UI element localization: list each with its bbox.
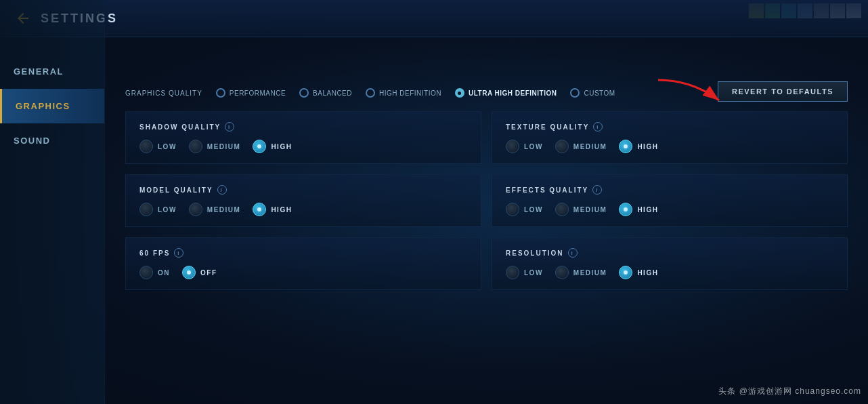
preset-performance[interactable]: Performance xyxy=(216,88,286,98)
fps-title: 60 FPS i xyxy=(139,248,467,258)
effects-low[interactable]: LOW xyxy=(506,203,543,216)
shadow-high-radio xyxy=(253,140,266,153)
settings-grid: SHADOW QUALITY i LOW MEDIUM HIGH xyxy=(125,111,848,290)
effects-high-label: HIGH xyxy=(637,206,658,214)
preset-balanced[interactable]: Balanced xyxy=(299,88,352,98)
resolution-medium-radio xyxy=(555,266,569,279)
texture-high-radio xyxy=(619,140,632,153)
sidebar-item-general[interactable]: GENERAL xyxy=(0,54,104,89)
resolution-high-label: HIGH xyxy=(637,269,658,277)
shadow-low[interactable]: LOW xyxy=(139,140,177,153)
texture-medium-label: MEDIUM xyxy=(573,143,607,150)
effects-high-radio xyxy=(619,203,632,216)
model-high-radio xyxy=(253,203,266,216)
preset-high-definition[interactable]: High Definition xyxy=(366,88,441,98)
model-medium-radio xyxy=(189,203,202,216)
model-low-label: LOW xyxy=(158,206,177,214)
effects-quality-title: EFFECTS QUALITY i xyxy=(506,185,833,195)
effects-low-radio xyxy=(506,203,519,216)
preset-hd-label: High Definition xyxy=(379,89,441,97)
preset-custom[interactable]: Custom xyxy=(570,88,615,98)
effects-low-label: LOW xyxy=(524,206,543,214)
shadow-quality-options: LOW MEDIUM HIGH xyxy=(139,140,467,153)
model-medium-label: MEDIUM xyxy=(207,206,241,214)
preset-balanced-label: Balanced xyxy=(313,89,352,97)
watermark: 头条 @游戏创游网 chuangseo.com xyxy=(718,386,861,397)
shadow-low-radio xyxy=(139,140,153,153)
model-low-radio xyxy=(139,203,153,216)
fps-off-radio xyxy=(182,266,196,279)
resolution-low-radio xyxy=(506,266,519,279)
resolution-info-icon[interactable]: i xyxy=(568,248,578,258)
shadow-high[interactable]: HIGH xyxy=(253,140,292,153)
shadow-quality-title: SHADOW QUALITY i xyxy=(139,122,467,132)
model-quality-section: MODEL QUALITY i LOW MEDIUM HIGH xyxy=(125,174,481,227)
resolution-high-radio xyxy=(619,266,632,279)
resolution-section: RESOLUTION i LOW MEDIUM HIGH xyxy=(492,237,848,290)
effects-quality-section: EFFECTS QUALITY i LOW MEDIUM HIGH xyxy=(492,174,848,227)
sidebar-item-graphics[interactable]: GRAPHICS xyxy=(0,89,104,123)
effects-medium-label: MEDIUM xyxy=(573,206,607,214)
model-high[interactable]: HIGH xyxy=(253,203,292,216)
preset-performance-radio xyxy=(216,88,225,98)
preset-ultra-hd[interactable]: Ultra High Definition xyxy=(455,88,557,98)
model-low[interactable]: LOW xyxy=(139,203,177,216)
main-content: REVERT TO DEFAULTS Graphics Quality Perf… xyxy=(105,37,868,404)
shadow-quality-info-icon[interactable]: i xyxy=(225,122,234,132)
texture-quality-info-icon[interactable]: i xyxy=(593,122,603,132)
preset-custom-label: Custom xyxy=(584,89,615,97)
texture-quality-options: LOW MEDIUM HIGH xyxy=(506,140,833,153)
model-quality-options: LOW MEDIUM HIGH xyxy=(139,203,467,216)
fps-off[interactable]: OFF xyxy=(182,266,217,279)
texture-quality-title: TEXTURE QUALITY i xyxy=(506,122,833,132)
preset-uhd-radio xyxy=(455,88,464,98)
shadow-low-label: LOW xyxy=(158,143,177,150)
model-high-label: HIGH xyxy=(271,206,292,214)
fps-section: 60 FPS i ON OFF xyxy=(125,237,481,290)
texture-medium-radio xyxy=(555,140,569,153)
resolution-medium-label: MEDIUM xyxy=(573,269,607,277)
preset-custom-radio xyxy=(570,88,580,98)
texture-low-radio xyxy=(506,140,519,153)
sidebar-item-sound[interactable]: SOUND xyxy=(0,123,104,158)
fps-options: ON OFF xyxy=(139,266,467,279)
texture-low[interactable]: LOW xyxy=(506,140,543,153)
effects-medium-radio xyxy=(555,203,569,216)
effects-high[interactable]: HIGH xyxy=(619,203,658,216)
effects-medium[interactable]: MEDIUM xyxy=(555,203,607,216)
preset-balanced-radio xyxy=(299,88,309,98)
fps-on[interactable]: ON xyxy=(139,266,170,279)
texture-low-label: LOW xyxy=(524,143,543,150)
model-quality-title: MODEL QUALITY i xyxy=(139,185,467,195)
shadow-quality-section: SHADOW QUALITY i LOW MEDIUM HIGH xyxy=(125,111,481,164)
model-quality-info-icon[interactable]: i xyxy=(217,185,227,195)
fps-info-icon[interactable]: i xyxy=(174,248,183,258)
fps-on-label: ON xyxy=(158,269,170,277)
preset-hd-radio xyxy=(366,88,375,98)
revert-defaults-button[interactable]: REVERT TO DEFAULTS xyxy=(718,81,848,102)
preset-label: Graphics Quality xyxy=(125,89,202,97)
fps-on-radio xyxy=(139,266,153,279)
sidebar: GENERAL GRAPHICS SOUND xyxy=(0,0,105,404)
preset-performance-label: Performance xyxy=(230,89,286,97)
shadow-medium[interactable]: MEDIUM xyxy=(189,140,241,153)
fps-off-label: OFF xyxy=(200,269,217,277)
shadow-medium-radio xyxy=(189,140,202,153)
resolution-title: RESOLUTION i xyxy=(506,248,833,258)
effects-quality-options: LOW MEDIUM HIGH xyxy=(506,203,833,216)
effects-quality-info-icon[interactable]: i xyxy=(592,185,602,195)
resolution-low-label: LOW xyxy=(524,269,543,277)
texture-high[interactable]: HIGH xyxy=(619,140,658,153)
preset-uhd-label: Ultra High Definition xyxy=(469,89,557,97)
resolution-options: LOW MEDIUM HIGH xyxy=(506,266,833,279)
texture-medium[interactable]: MEDIUM xyxy=(555,140,607,153)
resolution-low[interactable]: LOW xyxy=(506,266,543,279)
model-medium[interactable]: MEDIUM xyxy=(189,203,241,216)
shadow-high-label: HIGH xyxy=(271,143,292,150)
header: SETTINGS xyxy=(0,0,868,37)
resolution-high[interactable]: HIGH xyxy=(619,266,658,279)
shadow-medium-label: MEDIUM xyxy=(207,143,241,150)
resolution-medium[interactable]: MEDIUM xyxy=(555,266,607,279)
texture-quality-section: TEXTURE QUALITY i LOW MEDIUM HIGH xyxy=(492,111,848,164)
texture-high-label: HIGH xyxy=(637,143,658,150)
